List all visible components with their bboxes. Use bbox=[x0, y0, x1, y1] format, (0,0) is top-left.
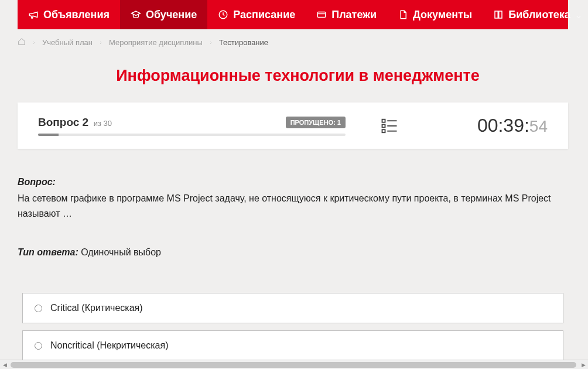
timer-seconds: 54 bbox=[529, 117, 548, 135]
megaphone-icon bbox=[28, 9, 39, 20]
breadcrumb: Учебный план Мероприятие дисциплины Тест… bbox=[18, 29, 578, 55]
question-label: Вопрос: bbox=[18, 177, 568, 187]
svg-rect-4 bbox=[382, 124, 385, 127]
main-navbar: Объявления Обучение Расписание bbox=[18, 0, 568, 29]
chevron-right-icon bbox=[208, 38, 213, 47]
scroll-left-arrow[interactable]: ◀ bbox=[0, 360, 9, 370]
main-scroll[interactable]: Объявления Обучение Расписание bbox=[0, 0, 588, 360]
document-icon bbox=[398, 9, 408, 20]
nav-label: Объявления bbox=[43, 9, 110, 21]
chevron-down-icon bbox=[575, 11, 582, 18]
nav-learning[interactable]: Обучение bbox=[120, 0, 207, 29]
breadcrumb-current: Тестирование bbox=[219, 38, 268, 47]
progress-bar bbox=[38, 134, 346, 136]
page-title: Информационные технологии в менеджменте bbox=[18, 67, 578, 85]
skipped-badge: ПРОПУЩЕНО: 1 bbox=[286, 117, 346, 128]
chevron-right-icon bbox=[32, 38, 36, 47]
answer-type-label: Тип ответа: bbox=[18, 247, 78, 257]
horizontal-scrollbar[interactable]: ◀ ▶ bbox=[0, 360, 588, 369]
svg-rect-2 bbox=[382, 119, 385, 122]
clock-icon bbox=[218, 9, 228, 20]
breadcrumb-link-plan[interactable]: Учебный план bbox=[42, 38, 93, 47]
status-panel: Вопрос 2 из 30 ПРОПУЩЕНО: 1 bbox=[18, 102, 568, 149]
scroll-thumb[interactable] bbox=[11, 362, 576, 368]
nav-label: Документы bbox=[413, 9, 472, 21]
question-list-button[interactable] bbox=[346, 117, 433, 135]
nav-schedule[interactable]: Расписание bbox=[207, 0, 306, 29]
nav-label: Библиотека bbox=[508, 9, 570, 21]
progress-fill bbox=[38, 134, 59, 136]
answer-type-row: Тип ответа: Одиночный выбор bbox=[18, 247, 568, 258]
radio-icon bbox=[35, 305, 42, 312]
answer-type-value: Одиночный выбор bbox=[81, 247, 161, 257]
option-item[interactable]: Noncritical (Некритическая) bbox=[22, 330, 563, 360]
svg-rect-1 bbox=[317, 12, 326, 18]
nav-announcements[interactable]: Объявления bbox=[18, 0, 120, 29]
question-total: из 30 bbox=[94, 119, 112, 128]
card-icon bbox=[316, 9, 327, 20]
nav-label: Обучение bbox=[146, 9, 197, 21]
timer-main: 00:39: bbox=[477, 115, 529, 136]
question-text: На сетевом графике в программе MS Projec… bbox=[18, 191, 568, 221]
radio-icon bbox=[35, 342, 42, 350]
scroll-right-arrow[interactable]: ▶ bbox=[579, 360, 588, 370]
question-number: Вопрос 2 bbox=[38, 116, 88, 128]
nav-label: Расписание bbox=[233, 9, 295, 21]
question-progress-block: Вопрос 2 из 30 ПРОПУЩЕНО: 1 bbox=[38, 116, 346, 136]
timer: 00:39:54 bbox=[433, 115, 548, 136]
options-block: Critical (Критическая) Noncritical (Некр… bbox=[18, 293, 568, 360]
home-icon[interactable] bbox=[18, 37, 26, 47]
book-icon bbox=[493, 9, 504, 20]
chevron-right-icon bbox=[98, 38, 103, 47]
nav-library[interactable]: Библиотека bbox=[483, 0, 588, 29]
option-label: Noncritical (Некритическая) bbox=[50, 340, 169, 351]
option-item[interactable]: Critical (Критическая) bbox=[22, 293, 563, 323]
svg-rect-6 bbox=[382, 129, 385, 132]
graduation-icon bbox=[131, 9, 141, 20]
nav-label: Платежи bbox=[331, 9, 377, 21]
scroll-track[interactable] bbox=[9, 360, 579, 370]
breadcrumb-link-event[interactable]: Мероприятие дисциплины bbox=[109, 38, 203, 47]
option-label: Critical (Критическая) bbox=[50, 303, 143, 313]
question-body: Вопрос: На сетевом графике в программе M… bbox=[18, 177, 568, 258]
nav-payments[interactable]: Платежи bbox=[306, 0, 387, 29]
nav-documents[interactable]: Документы bbox=[387, 0, 483, 29]
